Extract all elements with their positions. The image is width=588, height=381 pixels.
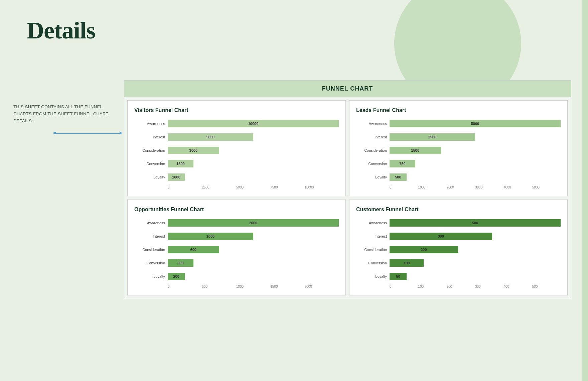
page-title: Details	[27, 17, 95, 44]
x-tick: 4000	[503, 185, 532, 189]
bar-row: Conversion100	[356, 258, 561, 268]
x-tick: 1500	[270, 285, 304, 288]
bar-label: Loyalty	[134, 274, 168, 278]
bar-row: Interest1000	[134, 231, 339, 241]
visitors-bars-container: Awareness10000Interest5000Consideration3…	[134, 119, 339, 182]
x-tick: 100	[418, 285, 446, 288]
bar-fill: 50	[390, 273, 407, 280]
bar-area: 100	[390, 259, 561, 267]
bar-value-label: 500	[472, 221, 478, 225]
bar-row: Consideration600	[134, 245, 339, 255]
charts-grid: Visitors Funnel Chart Awareness10000Inte…	[124, 97, 571, 299]
x-tick: 0	[390, 285, 418, 288]
bar-label: Conversion	[134, 261, 168, 265]
bar-area: 3000	[168, 147, 339, 154]
bar-label: Consideration	[356, 148, 390, 152]
bar-fill: 1000	[168, 233, 253, 240]
bar-row: Conversion1500	[134, 159, 339, 169]
leads-bar-chart: Awareness5000Interest2500Consideration15…	[356, 119, 561, 189]
bar-area: 300	[168, 259, 339, 267]
bar-fill: 2500	[390, 133, 475, 141]
bar-area: 2500	[390, 133, 561, 141]
bar-value-label: 300	[177, 261, 183, 265]
bar-value-label: 5000	[471, 122, 479, 126]
bar-value-label: 2000	[249, 221, 257, 225]
opportunities-chart-title: Opportunities Funnel Chart	[134, 207, 339, 213]
bar-value-label: 1500	[411, 148, 419, 152]
visitors-x-axis: 025005000750010000	[134, 185, 339, 189]
bar-row: Loyalty500	[356, 172, 561, 182]
opportunities-bars-container: Awareness2000Interest1000Consideration60…	[134, 218, 339, 281]
bar-row: Awareness500	[356, 218, 561, 228]
bar-fill: 500	[390, 173, 407, 181]
bar-area: 1000	[168, 233, 339, 240]
bar-row: Consideration3000	[134, 145, 339, 155]
bar-area: 200	[168, 273, 339, 280]
bar-label: Awareness	[356, 221, 390, 225]
x-tick: 1000	[236, 285, 270, 288]
bar-fill: 300	[168, 259, 193, 267]
decorative-right-bar	[582, 0, 588, 381]
bar-area: 500	[390, 173, 561, 181]
bar-fill: 300	[390, 233, 492, 240]
bar-fill: 1500	[168, 160, 193, 167]
bar-value-label: 200	[421, 248, 427, 252]
bar-label: Awareness	[134, 221, 168, 225]
opportunities-bar-chart: Awareness2000Interest1000Consideration60…	[134, 218, 339, 288]
bar-row: Conversion300	[134, 258, 339, 268]
bar-fill: 600	[168, 246, 219, 253]
bar-fill: 750	[390, 160, 415, 167]
bar-label: Conversion	[356, 261, 390, 265]
bar-value-label: 200	[173, 274, 179, 278]
bar-label: Awareness	[134, 122, 168, 126]
bar-fill: 5000	[168, 133, 253, 141]
bar-area: 2000	[168, 219, 339, 227]
bar-label: Interest	[356, 135, 390, 139]
bar-row: Consideration200	[356, 245, 561, 255]
customers-chart-title: Customers Funnel Chart	[356, 207, 561, 213]
leads-bars-container: Awareness5000Interest2500Consideration15…	[356, 119, 561, 182]
leads-x-axis: 010002000300040005000	[356, 185, 561, 189]
bar-area: 5000	[390, 120, 561, 127]
bar-area: 200	[390, 246, 561, 253]
bar-row: Awareness5000	[356, 119, 561, 129]
leads-chart-title: Leads Funnel Chart	[356, 107, 561, 113]
x-tick: 0	[168, 285, 202, 288]
bar-fill: 10000	[168, 120, 339, 127]
x-tick: 0	[168, 185, 202, 189]
customers-bar-chart: Awareness500Interest300Consideration200C…	[356, 218, 561, 288]
bar-value-label: 50	[396, 274, 400, 278]
x-tick: 2500	[202, 185, 236, 189]
bar-fill: 200	[390, 246, 458, 253]
bar-fill: 1000	[168, 173, 185, 181]
bar-row: Interest300	[356, 231, 561, 241]
bar-fill: 100	[390, 259, 424, 267]
bar-label: Interest	[134, 135, 168, 139]
bar-label: Consideration	[134, 248, 168, 252]
bar-value-label: 5000	[206, 135, 214, 139]
bar-fill: 500	[390, 219, 561, 227]
bar-row: Loyalty1000	[134, 172, 339, 182]
x-tick: 200	[447, 285, 475, 288]
bar-area: 750	[390, 160, 561, 167]
bar-label: Awareness	[356, 122, 390, 126]
bar-value-label: 10000	[248, 122, 259, 126]
x-tick: 3000	[475, 185, 503, 189]
bar-label: Loyalty	[356, 175, 390, 179]
funnel-chart-header: FUNNEL CHART	[124, 81, 571, 97]
x-tick: 400	[503, 285, 532, 288]
bar-value-label: 2500	[428, 135, 436, 139]
bar-area: 500	[390, 219, 561, 227]
x-tick: 10000	[305, 185, 339, 189]
x-tick: 300	[475, 285, 503, 288]
bar-value-label: 500	[395, 175, 401, 179]
bar-fill: 1500	[390, 147, 441, 154]
x-tick: 0	[390, 185, 418, 189]
x-tick: 7500	[270, 185, 304, 189]
customers-bars-container: Awareness500Interest300Consideration200C…	[356, 218, 561, 281]
bar-row: Loyalty50	[356, 271, 561, 281]
bar-row: Consideration1500	[356, 145, 561, 155]
bar-value-label: 3000	[189, 148, 197, 152]
bar-area: 1500	[168, 160, 339, 167]
visitors-bar-chart: Awareness10000Interest5000Consideration3…	[134, 119, 339, 189]
